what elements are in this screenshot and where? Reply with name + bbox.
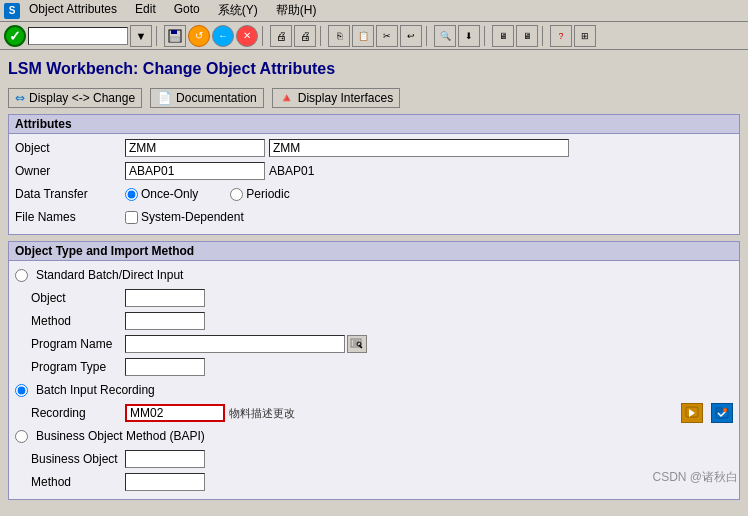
object-label: Object (15, 141, 125, 155)
documentation-button[interactable]: 📄 Documentation (150, 88, 264, 108)
data-transfer-label: Data Transfer (15, 187, 125, 201)
undo-button[interactable]: ↩ (400, 25, 422, 47)
documentation-label: Documentation (176, 91, 257, 105)
monitor1-button[interactable]: 🖥 (492, 25, 514, 47)
watermark: CSDN @诸秋白 (652, 469, 738, 486)
print-button[interactable]: 🖨 (270, 25, 292, 47)
separator-6 (542, 26, 546, 46)
display-change-button[interactable]: ⇔ Display <-> Change (8, 88, 142, 108)
recording-browse-button[interactable] (711, 403, 733, 423)
separator-5 (484, 26, 488, 46)
system-dependent-label[interactable]: System-Dependent (125, 210, 244, 224)
recording-run-button[interactable] (681, 403, 703, 423)
svg-rect-1 (171, 30, 177, 34)
copy-button[interactable]: ⎘ (328, 25, 350, 47)
menu-help[interactable]: 帮助(H) (273, 1, 320, 20)
find-button[interactable]: 🔍 (434, 25, 456, 47)
recording-field[interactable] (125, 404, 225, 422)
doc-icon: 📄 (157, 91, 172, 105)
object-type-section: Object Type and Import Method Standard B… (8, 241, 740, 500)
program-name-field[interactable] (125, 335, 345, 353)
config-button[interactable]: ⊞ (574, 25, 596, 47)
svg-point-11 (723, 408, 727, 412)
menu-edit[interactable]: Edit (132, 1, 159, 20)
save-button[interactable] (164, 25, 186, 47)
batch-input-radio[interactable] (15, 384, 28, 397)
findnext-button[interactable]: ⬇ (458, 25, 480, 47)
attributes-section: Attributes Object Owner ABAP01 Data Tran… (8, 114, 740, 235)
exit-button[interactable]: ✕ (236, 25, 258, 47)
owner-row: Owner ABAP01 (15, 161, 733, 181)
owner-value2-text: ABAP01 (269, 164, 314, 178)
object-field-2[interactable] (269, 139, 569, 157)
attributes-section-title: Attributes (9, 115, 739, 134)
display-change-label: Display <-> Change (29, 91, 135, 105)
method-object-field[interactable] (125, 289, 205, 307)
program-type-label: Program Type (15, 360, 125, 374)
recording-label: Recording (15, 406, 125, 420)
toolbar-dropdown-btn[interactable]: ▼ (130, 25, 152, 47)
svg-rect-2 (170, 37, 180, 42)
arrows-icon: ⇔ (15, 91, 25, 105)
once-only-text: Once-Only (141, 187, 198, 201)
business-object-radio-row: Business Object Method (BAPI) (15, 426, 733, 446)
data-transfer-radio-group: Once-Only Periodic (125, 187, 290, 201)
display-interfaces-label: Display Interfaces (298, 91, 393, 105)
print2-button[interactable]: 🖨 (294, 25, 316, 47)
separator-1 (156, 26, 160, 46)
help-icon-button[interactable]: ? (550, 25, 572, 47)
monitor2-button[interactable]: 🖥 (516, 25, 538, 47)
system-dependent-text: System-Dependent (141, 210, 244, 224)
biz-object-label: Business Object (15, 452, 125, 466)
attributes-section-content: Object Owner ABAP01 Data Transfer Once-O… (9, 134, 739, 234)
once-only-radio-label[interactable]: Once-Only (125, 187, 198, 201)
object-type-section-content: Standard Batch/Direct Input Object Metho… (9, 261, 739, 499)
method-row: Method (15, 311, 733, 331)
system-dependent-checkbox[interactable] (125, 211, 138, 224)
program-type-field[interactable] (125, 358, 205, 376)
toolbar-input[interactable] (28, 27, 128, 45)
bapi-method-field[interactable] (125, 473, 205, 491)
business-object-radio-label: Business Object Method (BAPI) (36, 429, 205, 443)
recording-description: 物料描述更改 (229, 406, 295, 421)
once-only-radio[interactable] (125, 188, 138, 201)
separator-3 (320, 26, 324, 46)
menu-bar: S Object Attributes Edit Goto 系统(Y) 帮助(H… (0, 0, 748, 22)
main-content: LSM Workbench: Change Object Attributes … (0, 50, 748, 512)
object-row: Object (15, 138, 733, 158)
object-type-section-title: Object Type and Import Method (9, 242, 739, 261)
separator-4 (426, 26, 430, 46)
menu-object-attributes[interactable]: Object Attributes (26, 1, 120, 20)
object-field-1[interactable] (125, 139, 265, 157)
periodic-radio[interactable] (230, 188, 243, 201)
business-object-radio[interactable] (15, 430, 28, 443)
batch-input-label: Batch Input Recording (36, 383, 155, 397)
data-transfer-row: Data Transfer Once-Only Periodic (15, 184, 733, 204)
method-label: Method (15, 314, 125, 328)
standard-batch-row: Standard Batch/Direct Input (15, 265, 733, 285)
action-buttons-row: ⇔ Display <-> Change 📄 Documentation 🔺 D… (8, 88, 740, 108)
program-name-label: Program Name (15, 337, 125, 351)
owner-label: Owner (15, 164, 125, 178)
iface-icon: 🔺 (279, 91, 294, 105)
svg-rect-10 (716, 408, 722, 411)
menu-system[interactable]: 系统(Y) (215, 1, 261, 20)
display-interfaces-button[interactable]: 🔺 Display Interfaces (272, 88, 400, 108)
refresh-button[interactable]: ↺ (188, 25, 210, 47)
back-button[interactable]: ← (212, 25, 234, 47)
method-object-label: Object (15, 291, 125, 305)
method-field[interactable] (125, 312, 205, 330)
method-object-row: Object (15, 288, 733, 308)
owner-field-1[interactable] (125, 162, 265, 180)
standard-batch-label: Standard Batch/Direct Input (36, 268, 183, 282)
batch-input-row: Batch Input Recording (15, 380, 733, 400)
program-lookup-button[interactable] (347, 335, 367, 353)
confirm-button[interactable]: ✓ (4, 25, 26, 47)
bapi-method-row: Method (15, 472, 733, 492)
standard-batch-radio[interactable] (15, 269, 28, 282)
menu-goto[interactable]: Goto (171, 1, 203, 20)
cut-button[interactable]: ✂ (376, 25, 398, 47)
periodic-radio-label[interactable]: Periodic (230, 187, 289, 201)
paste-button[interactable]: 📋 (352, 25, 374, 47)
biz-object-field[interactable] (125, 450, 205, 468)
